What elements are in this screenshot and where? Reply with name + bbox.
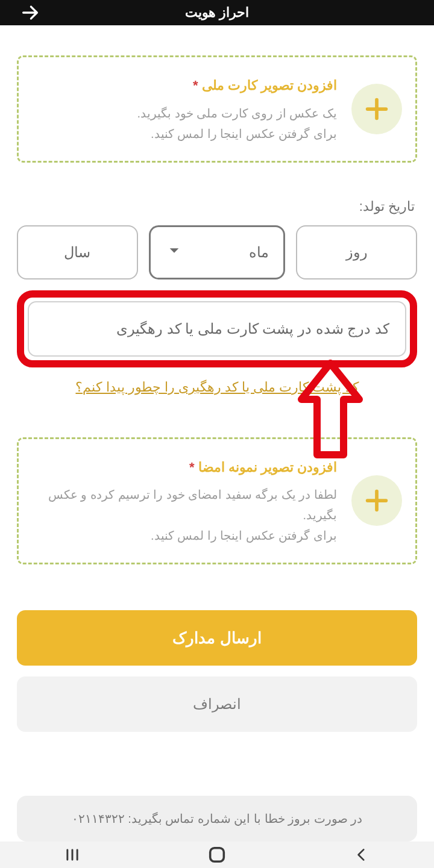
square-icon: [207, 845, 227, 865]
card-sub-line1: لطفا در یک برگه سفید امضای خود را ترسیم …: [32, 484, 337, 525]
card-sub-line2: برای گرفتن عکس اینجا را لمس کنید.: [32, 525, 337, 546]
page-title: احراز هویت: [185, 5, 249, 20]
card-sub-line2: برای گرفتن عکس اینجا را لمس کنید.: [32, 123, 337, 144]
highlighted-input-frame: [17, 290, 417, 367]
card-title: افزودن تصویر نمونه امضا *: [32, 456, 337, 478]
arrow-right-icon: [20, 2, 40, 23]
birth-date-row: روز ماه سال: [17, 225, 417, 279]
required-mark: *: [189, 460, 195, 475]
help-link[interactable]: کد پشت کارت ملی یا کد رهگیری را چطور پید…: [75, 379, 358, 395]
system-nav-bar: [0, 841, 434, 868]
cancel-button[interactable]: انصراف: [17, 676, 417, 732]
birth-month-text: ماه: [249, 244, 269, 261]
nav-back[interactable]: [348, 841, 375, 868]
card-text: افزودن تصویر کارت ملی * یک عکس از روی کا…: [32, 74, 337, 143]
app-header: احراز هویت: [0, 0, 434, 25]
title-text: افزودن تصویر کارت ملی: [202, 78, 337, 93]
title-text: افزودن تصویر نمونه امضا: [198, 460, 337, 475]
birth-year-text: سال: [64, 244, 90, 261]
birth-label: تاریخ تولد:: [17, 199, 415, 214]
contact-info: در صورت بروز خطا با این شماره تماس بگیری…: [17, 796, 417, 841]
card-title: افزودن تصویر کارت ملی *: [32, 74, 337, 96]
card-text: افزودن تصویر نمونه امضا * لطفا در یک برگ…: [32, 456, 337, 546]
svg-rect-0: [210, 848, 224, 862]
main-content: افزودن تصویر کارت ملی * یک عکس از روی کا…: [0, 25, 434, 841]
card-sub-line1: یک عکس از روی کارت ملی خود بگیرید.: [32, 103, 337, 123]
plus-circle: [351, 84, 402, 134]
plus-circle: [351, 475, 402, 526]
birth-day-text: روز: [346, 244, 368, 261]
add-signature-image[interactable]: افزودن تصویر نمونه امضا * لطفا در یک برگ…: [17, 437, 417, 564]
birth-year-field[interactable]: سال: [17, 225, 138, 279]
birth-month-field[interactable]: ماه: [149, 225, 286, 279]
submit-button[interactable]: ارسال مدارک: [17, 610, 417, 666]
help-link-row: کد پشت کارت ملی یا کد رهگیری را چطور پید…: [17, 379, 417, 395]
required-mark: *: [193, 78, 198, 93]
tracking-code-input[interactable]: [28, 301, 406, 357]
plus-icon: [363, 95, 391, 123]
back-button[interactable]: [18, 1, 42, 25]
birth-day-field[interactable]: روز: [296, 225, 417, 279]
add-national-card-image[interactable]: افزودن تصویر کارت ملی * یک عکس از روی کا…: [17, 55, 417, 162]
chevron-left-icon: [354, 847, 370, 863]
nav-home[interactable]: [204, 841, 230, 868]
chevron-down-icon: [168, 244, 181, 261]
three-bars-icon: [62, 846, 83, 863]
nav-recents[interactable]: [59, 841, 86, 868]
plus-icon: [363, 487, 391, 514]
